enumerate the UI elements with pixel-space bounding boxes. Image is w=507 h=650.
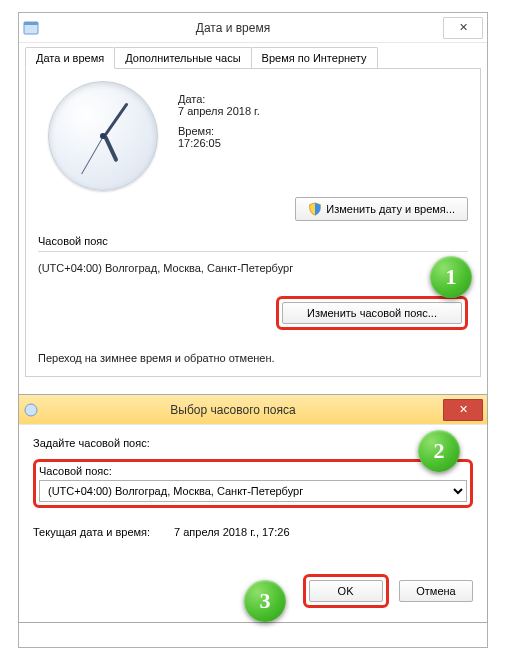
change-date-time-button[interactable]: Изменить дату и время...: [295, 197, 468, 221]
current-datetime-label: Текущая дата и время:: [33, 526, 150, 538]
time-value: 17:26:05: [178, 137, 260, 149]
ok-label: OK: [338, 585, 354, 597]
tab-internet-time[interactable]: Время по Интернету: [251, 47, 378, 68]
tabstrip: Дата и время Дополнительные часы Время п…: [19, 43, 487, 68]
current-datetime-row: Текущая дата и время: 7 апреля 2018 г., …: [33, 526, 473, 538]
highlight-tz-select: Часовой пояс: (UTC+04:00) Волгоград, Мос…: [33, 459, 473, 508]
current-datetime-value: 7 апреля 2018 г., 17:26: [174, 526, 289, 538]
step-marker-2: 2: [418, 430, 460, 472]
change-timezone-label: Изменить часовой пояс...: [307, 307, 437, 319]
step-marker-3: 3: [244, 580, 286, 622]
tab-date-time[interactable]: Дата и время: [25, 47, 115, 69]
tab-additional-clocks[interactable]: Дополнительные часы: [114, 47, 251, 68]
tz-group-label: Часовой пояс:: [39, 465, 467, 477]
step-marker-1: 1: [430, 256, 472, 298]
timezone-select[interactable]: (UTC+04:00) Волгоград, Москва, Санкт-Пет…: [39, 480, 467, 502]
dialog-prompt: Задайте часовой пояс:: [33, 437, 473, 449]
tz-section-label: Часовой пояс: [38, 235, 468, 247]
close-icon: ✕: [459, 21, 468, 34]
date-label: Дата:: [178, 93, 260, 105]
change-timezone-button[interactable]: Изменить часовой пояс...: [282, 302, 462, 324]
date-time-info: Дата: 7 апреля 2018 г. Время: 17:26:05: [178, 81, 260, 191]
analog-clock: [48, 81, 158, 191]
highlight-change-tz: Изменить часовой пояс...: [276, 296, 468, 330]
time-label: Время:: [178, 125, 260, 137]
divider: [38, 251, 468, 252]
window-title: Дата и время: [23, 21, 443, 35]
cancel-button[interactable]: Отмена: [399, 580, 473, 602]
dialog-titlebar: Выбор часового пояса ✕: [19, 395, 487, 425]
cancel-label: Отмена: [416, 585, 455, 597]
tz-group: Часовой пояс: (UTC+04:00) Волгоград, Мос…: [39, 465, 467, 502]
change-date-time-label: Изменить дату и время...: [326, 203, 455, 215]
dialog-close-button[interactable]: ✕: [443, 399, 483, 421]
dialog-title: Выбор часового пояса: [23, 403, 443, 417]
tab-panel: Дата: 7 апреля 2018 г. Время: 17:26:05 И…: [25, 68, 481, 377]
ok-button[interactable]: OK: [309, 580, 383, 602]
dst-note: Переход на зимнее время и обратно отмене…: [38, 352, 468, 364]
titlebar: Дата и время ✕: [19, 13, 487, 43]
tz-current-value: (UTC+04:00) Волгоград, Москва, Санкт-Пет…: [38, 262, 468, 274]
close-icon: ✕: [459, 403, 468, 416]
highlight-ok: OK: [303, 574, 389, 608]
close-button[interactable]: ✕: [443, 17, 483, 39]
date-value: 7 апреля 2018 г.: [178, 105, 260, 117]
uac-shield-icon: [308, 202, 322, 216]
